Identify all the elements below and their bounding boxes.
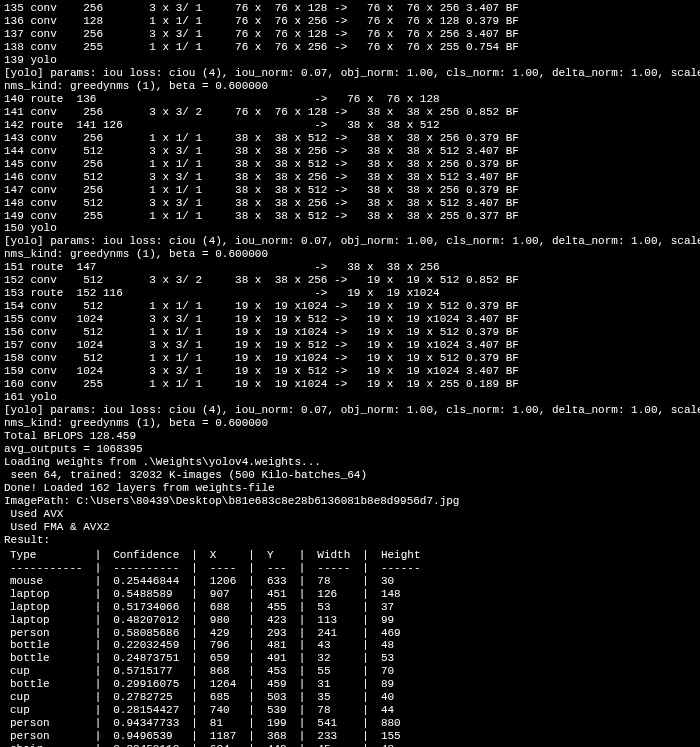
cell: chair [4,743,89,747]
cell: 0.48207012 [107,614,185,627]
cell: 481 [261,639,293,652]
log-line: seen 64, trained: 32032 K-images (500 Ki… [4,469,696,482]
table-row: laptop|0.51734066|688|455|53|37 [4,601,427,614]
cell: 99 [375,614,427,627]
table-row: person|0.94347733|81|199|541|880 [4,717,427,730]
cell: 199 [261,717,293,730]
cell: 1264 [204,678,242,691]
table-row: bottle|0.24873751|659|491|32|53 [4,652,427,665]
cell: 796 [204,639,242,652]
log-line: 155 conv 1024 3 x 3/ 1 19 x 19 x 512 -> … [4,313,696,326]
log-line: 143 conv 256 1 x 1/ 1 38 x 38 x 512 -> 3… [4,132,696,145]
table-row: person|0.9496539|1187|368|233|155 [4,730,427,743]
log-line: Loading weights from .\Weights\yolov4.we… [4,456,696,469]
console-log: 135 conv 256 3 x 3/ 1 76 x 76 x 128 -> 7… [4,2,696,547]
log-line: 142 route 141 126 -> 38 x 38 x 512 [4,119,696,132]
cell: 907 [204,588,242,601]
cell: 491 [261,652,293,665]
cell: 624 [204,743,242,747]
cell: bottle [4,652,89,665]
table-row: cup|0.5715177|868|453|55|70 [4,665,427,678]
log-line: 161 yolo [4,391,696,404]
col-type: Type [4,549,89,562]
log-line: Total BFLOPS 128.459 [4,430,696,443]
cell: 32 [311,652,356,665]
cell: 89 [375,678,427,691]
cell: 442 [261,743,293,747]
cell: 455 [261,601,293,614]
log-line: 149 conv 255 1 x 1/ 1 38 x 38 x 512 -> 3… [4,210,696,223]
cell: bottle [4,639,89,652]
cell: 293 [261,627,293,640]
log-line: 158 conv 512 1 x 1/ 1 19 x 19 x1024 -> 1… [4,352,696,365]
cell: 78 [311,575,356,588]
log-line: 144 conv 512 3 x 3/ 1 38 x 38 x 256 -> 3… [4,145,696,158]
log-line: 145 conv 256 1 x 1/ 1 38 x 38 x 512 -> 3… [4,158,696,171]
table-row: cup|0.2782725|685|503|35|40 [4,691,427,704]
cell: 868 [204,665,242,678]
col-confidence: Confidence [107,549,185,562]
cell: 43 [311,639,356,652]
cell: 70 [375,665,427,678]
result-table: Type|Confidence|X|Y|Width|Height -------… [4,549,427,747]
cell: 48 [375,743,427,747]
cell: 539 [261,704,293,717]
cell: 659 [204,652,242,665]
table-row: bottle|0.22032459|796|481|43|48 [4,639,427,652]
cell: 0.9496539 [107,730,185,743]
cell: bottle [4,678,89,691]
cell: 469 [375,627,427,640]
cell: person [4,627,89,640]
cell: 45 [311,743,356,747]
cell: 0.94347733 [107,717,185,730]
log-line: avg_outputs = 1068395 [4,443,696,456]
table-row: laptop|0.5488589|907|451|126|148 [4,588,427,601]
log-line: 135 conv 256 3 x 3/ 1 76 x 76 x 128 -> 7… [4,2,696,15]
log-line: Result: [4,534,696,547]
log-line: ImagePath: C:\Users\80439\Desktop\b81e68… [4,495,696,508]
cell: cup [4,691,89,704]
table-row: chair|0.22458112|624|442|45|48 [4,743,427,747]
cell: 0.22458112 [107,743,185,747]
log-line: [yolo] params: iou loss: ciou (4), iou_n… [4,235,696,248]
cell: 541 [311,717,356,730]
log-line: 152 conv 512 3 x 3/ 2 38 x 38 x 256 -> 1… [4,274,696,287]
log-line: Used AVX [4,508,696,521]
cell: 0.58085686 [107,627,185,640]
cell: 880 [375,717,427,730]
cell: 633 [261,575,293,588]
table-row: mouse|0.25446844|1206|633|78|30 [4,575,427,588]
log-line: 140 route 136 -> 76 x 76 x 128 [4,93,696,106]
log-line: 146 conv 512 3 x 3/ 1 38 x 38 x 256 -> 3… [4,171,696,184]
log-line: [yolo] params: iou loss: ciou (4), iou_n… [4,67,696,80]
cell: 233 [311,730,356,743]
log-line: 151 route 147 -> 38 x 38 x 256 [4,261,696,274]
log-line: [yolo] params: iou loss: ciou (4), iou_n… [4,404,696,417]
table-body: mouse|0.25446844|1206|633|78|30laptop|0.… [4,575,427,747]
cell: 44 [375,704,427,717]
log-line: 153 route 152 116 -> 19 x 19 x1024 [4,287,696,300]
cell: 685 [204,691,242,704]
log-line: nms_kind: greedynms (1), beta = 0.600000 [4,80,696,93]
cell: 0.24873751 [107,652,185,665]
log-line: 139 yolo [4,54,696,67]
cell: cup [4,704,89,717]
cell: 0.25446844 [107,575,185,588]
log-line: 157 conv 1024 3 x 3/ 1 19 x 19 x 512 -> … [4,339,696,352]
cell: 48 [375,639,427,652]
cell: 368 [261,730,293,743]
cell: 688 [204,601,242,614]
log-line: 147 conv 256 1 x 1/ 1 38 x 38 x 512 -> 3… [4,184,696,197]
cell: 453 [261,665,293,678]
cell: 980 [204,614,242,627]
cell: 155 [375,730,427,743]
cell: 30 [375,575,427,588]
cell: 0.22032459 [107,639,185,652]
cell: 423 [261,614,293,627]
cell: 503 [261,691,293,704]
log-line: 160 conv 255 1 x 1/ 1 19 x 19 x1024 -> 1… [4,378,696,391]
log-line: nms_kind: greedynms (1), beta = 0.600000 [4,248,696,261]
table-row: cup|0.28154427|740|539|78|44 [4,704,427,717]
log-line: Done! Loaded 162 layers from weights-fil… [4,482,696,495]
log-line: 138 conv 255 1 x 1/ 1 76 x 76 x 256 -> 7… [4,41,696,54]
